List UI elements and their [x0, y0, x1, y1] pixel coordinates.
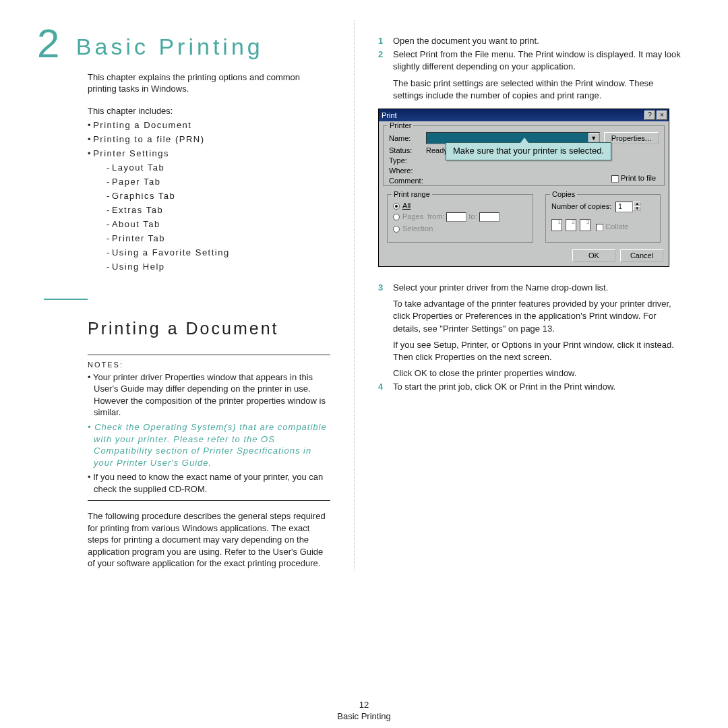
- page-number: 12: [0, 700, 728, 710]
- step-text: Click OK to close the printer properties…: [393, 367, 681, 380]
- notes-label: NOTES:: [88, 361, 330, 369]
- step-text: Select Print from the File menu. The Pri…: [393, 49, 681, 71]
- name-label: Name:: [389, 134, 426, 142]
- comment-label: Comment:: [389, 177, 426, 185]
- note-item: Your printer driver Properties window th…: [88, 371, 330, 419]
- steps-list-cont: 3 Select your printer driver from the Na…: [378, 282, 681, 394]
- print-dialog: Print ? × Printer Name: ▼ Properties... …: [378, 109, 669, 267]
- properties-button[interactable]: Properties...: [604, 132, 659, 144]
- all-label: All: [402, 202, 411, 210]
- print-to-file-checkbox[interactable]: Print to file: [611, 174, 656, 183]
- checkbox-icon[interactable]: [611, 175, 619, 183]
- step-2: 2 Select Print from the File menu. The P…: [378, 49, 681, 102]
- notes-list: Your printer driver Properties window th…: [88, 371, 330, 495]
- close-icon[interactable]: ×: [657, 111, 667, 120]
- numcopies-label: Number of copies:: [551, 202, 611, 210]
- collate-icon: 3: [580, 219, 590, 231]
- toc-subitem[interactable]: Extras Tab: [107, 205, 330, 215]
- from-input[interactable]: [446, 212, 466, 222]
- radio-selection: [393, 226, 400, 233]
- page-footer: 12 Basic Printing: [0, 700, 728, 721]
- page-label: Basic Printing: [0, 711, 728, 721]
- toc-subitem[interactable]: Paper Tab: [107, 177, 330, 187]
- from-label: from:: [427, 212, 444, 220]
- printer-legend: Printer: [388, 121, 413, 129]
- toc-subitem[interactable]: Using a Favorite Setting: [107, 247, 330, 257]
- procedure-intro: The following procedure describes the ge…: [88, 510, 330, 570]
- toc-subitem[interactable]: Layout Tab: [107, 162, 330, 173]
- intro-text: This chapter explains the printing optio…: [88, 72, 330, 95]
- spinner-buttons[interactable]: ▲▼: [633, 202, 641, 212]
- callout-tip: Make sure that your printer is selected.: [446, 142, 611, 160]
- section-rule: [44, 299, 88, 300]
- toc-subitem[interactable]: Printer Tab: [107, 233, 330, 243]
- step-text: The basic print settings are selected wi…: [393, 78, 681, 102]
- toc-item[interactable]: Printer Settings: [88, 148, 330, 158]
- collate-checkbox[interactable]: [596, 224, 603, 231]
- type-label: Type:: [389, 156, 426, 164]
- step-text: To start the print job, click OK or Prin…: [393, 381, 681, 393]
- step-number: 1: [378, 35, 393, 47]
- radio-all[interactable]: [393, 203, 400, 210]
- toc-subitem[interactable]: Graphics Tab: [107, 191, 330, 201]
- where-label: Where:: [389, 166, 426, 175]
- copies-input[interactable]: 1: [615, 202, 633, 212]
- range-legend: Print range: [392, 190, 432, 198]
- toc-list: Printing a Document Printing to a file (…: [88, 120, 330, 272]
- pages-label: Pages: [402, 212, 423, 220]
- to-input[interactable]: [479, 212, 499, 222]
- toc-item[interactable]: Printing a Document: [88, 120, 330, 130]
- step-4: 4 To start the print job, click OK or Pr…: [378, 381, 681, 393]
- collate-icon: 1: [551, 219, 562, 231]
- radio-pages[interactable]: [393, 214, 400, 220]
- collate-icon: 2: [566, 219, 576, 231]
- step-number: 3: [378, 282, 393, 380]
- chapter-title: Basic Printing: [76, 34, 264, 60]
- collate-label: Collate: [605, 222, 628, 231]
- steps-list: 1 Open the document you want to print. 2…: [378, 35, 681, 102]
- status-label: Status:: [389, 146, 426, 154]
- notes-rule-bottom: [88, 500, 330, 501]
- step-number: 2: [378, 49, 393, 102]
- toc-subitem[interactable]: About Tab: [107, 219, 330, 229]
- dialog-titlebar: Print ? ×: [379, 109, 669, 121]
- section-heading: Printing a Document: [88, 319, 330, 338]
- step-1: 1 Open the document you want to print.: [378, 35, 681, 47]
- help-icon[interactable]: ?: [644, 111, 655, 120]
- step-text: Open the document you want to print.: [393, 35, 681, 47]
- cancel-button[interactable]: Cancel: [620, 249, 663, 262]
- ok-button[interactable]: OK: [572, 249, 615, 262]
- printer-group: Printer Name: ▼ Properties... Status:Rea…: [383, 125, 665, 186]
- print-to-file-label: Print to file: [621, 174, 656, 182]
- to-label: to:: [469, 212, 477, 220]
- status-value: Ready: [426, 146, 448, 154]
- selection-label: Selection: [402, 224, 433, 233]
- notes-rule-top: [88, 355, 330, 355]
- includes-label: This chapter includes:: [88, 106, 330, 116]
- dialog-title: Print: [382, 111, 397, 119]
- print-range-group: Print range All Pages from: to: Selectio…: [387, 194, 533, 243]
- step-text: Select your printer driver from the Name…: [393, 282, 608, 293]
- step-text: To take advantage of the printer feature…: [393, 298, 681, 335]
- copies-group: Copies Number of copies: 1▲▼ 1 2 3 Colla…: [545, 194, 661, 243]
- step-3: 3 Select your printer driver from the Na…: [378, 282, 681, 380]
- toc-subitem[interactable]: Using Help: [107, 262, 330, 272]
- step-text: If you see Setup, Printer, or Options in…: [393, 339, 681, 363]
- toc-item[interactable]: Printing to a file (PRN): [88, 134, 330, 144]
- copies-legend: Copies: [550, 190, 577, 198]
- note-item-compat: Check the Operating System(s) that are c…: [88, 421, 330, 468]
- chapter-number: 2: [37, 20, 61, 67]
- note-item: If you need to know the exact name of yo…: [88, 471, 330, 495]
- step-number: 4: [378, 381, 393, 393]
